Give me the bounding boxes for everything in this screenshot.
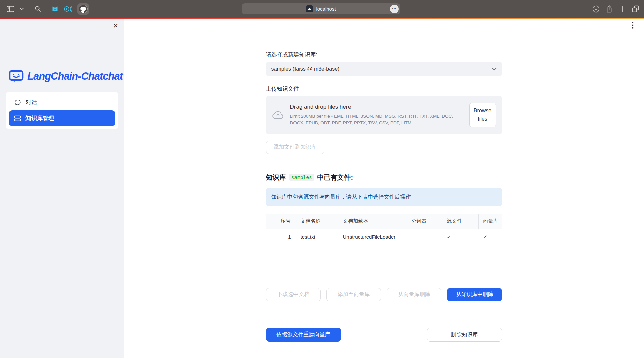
app-logo: LangChain-Chatchat xyxy=(9,70,123,83)
cell-splitter xyxy=(407,229,442,245)
browse-files-button[interactable]: Browse files xyxy=(469,103,496,127)
kb-select[interactable]: samples (faiss @ m3e-base) xyxy=(266,62,502,76)
add-to-vectorstore-button[interactable]: 添加至向量库 xyxy=(326,288,381,301)
cell-loader: UnstructuredFileLoader xyxy=(338,229,407,245)
delete-from-kb-button[interactable]: 从知识库中删除 xyxy=(447,288,502,301)
url-text: localhost xyxy=(316,6,336,12)
toolbar-left-group xyxy=(0,3,89,15)
kb-heading-prefix: 知识库 xyxy=(266,173,286,182)
delete-kb-button[interactable]: 删除知识库 xyxy=(427,328,502,342)
stack-icon xyxy=(14,115,21,122)
logo-text: LangChain-Chatchat xyxy=(27,70,123,82)
chat-bubble-icon xyxy=(14,99,21,106)
sidebar: ✕ LangChain-Chatchat xyxy=(0,19,124,358)
sidebar-nav: 对话 知识库管理 xyxy=(6,92,118,129)
more-options-icon[interactable]: ••• xyxy=(390,5,399,13)
col-header-docname: 文档名称 xyxy=(296,214,338,229)
rebuild-vectorstore-button[interactable]: 依据源文件重建向量库 xyxy=(266,328,341,342)
table-empty-area xyxy=(266,245,502,279)
cat-extension-icon[interactable] xyxy=(52,6,58,12)
kb-select-value: samples (faiss @ m3e-base) xyxy=(271,66,340,72)
toolbar-right-group xyxy=(592,0,639,18)
col-header-index: 序号 xyxy=(266,214,296,229)
files-table-header[interactable]: 序号 文档名称 文档加载器 分词器 源文件 向量库 xyxy=(266,214,502,229)
file-dropzone[interactable]: Drag and drop files here Limit 200MB per… xyxy=(266,96,502,134)
col-header-vectorstore: 向量库 xyxy=(479,214,502,229)
github-extension-icon[interactable] xyxy=(77,3,89,15)
site-favicon xyxy=(306,5,313,12)
cell-docname: test.txt xyxy=(296,229,338,245)
info-banner: 知识库中包含源文件与向量库，请从下表中选择文件后操作 xyxy=(266,188,502,206)
kebab-menu-icon[interactable]: ⋮ xyxy=(629,21,637,29)
col-header-loader: 文档加载器 xyxy=(338,214,407,229)
circles-extension-icon[interactable] xyxy=(64,6,72,12)
main-area: ⋮ 请选择或新建知识库: samples (faiss @ m3e-base) … xyxy=(124,19,644,362)
sidebar-item-label: 对话 xyxy=(25,99,37,106)
kb-name-code: samples xyxy=(289,174,314,181)
cell-sourcefile-check: ✓ xyxy=(442,229,479,245)
cell-vectorstore-check: ✓ xyxy=(479,229,502,245)
app-body: ✕ LangChain-Chatchat xyxy=(0,19,644,362)
files-table: 序号 文档名称 文档加载器 分词器 源文件 向量库 1 test.txt Uns… xyxy=(266,214,502,279)
table-row[interactable]: 1 test.txt UnstructuredFileLoader ✓ ✓ xyxy=(266,229,502,245)
chevron-down-icon xyxy=(492,68,497,71)
download-icon[interactable] xyxy=(592,5,600,13)
col-header-sourcefile: 源文件 xyxy=(442,214,479,229)
sidebar-chevron-down-icon[interactable] xyxy=(20,8,24,10)
sidebar-item-dialogue[interactable]: 对话 xyxy=(9,95,115,110)
file-action-buttons: 下载选中文档 添加至向量库 从向量库删除 从知识库中删除 xyxy=(266,288,502,301)
cell-index: 1 xyxy=(266,229,296,245)
add-files-button[interactable]: 添加文件到知识库 xyxy=(266,141,324,154)
address-bar-content: localhost xyxy=(306,5,336,12)
sidebar-toggle-icon[interactable] xyxy=(7,6,14,12)
content-column: 请选择或新建知识库: samples (faiss @ m3e-base) 上传… xyxy=(266,19,502,342)
address-bar[interactable]: localhost ••• xyxy=(241,3,400,14)
tab-overview-icon[interactable] xyxy=(632,5,639,13)
kb-files-heading: 知识库 samples 中已有文件: xyxy=(266,173,502,182)
sidebar-item-label: 知识库管理 xyxy=(25,114,54,122)
extension-icons xyxy=(52,3,89,15)
sidebar-toggle-group xyxy=(7,6,24,12)
close-icon[interactable]: ✕ xyxy=(113,23,118,29)
dropzone-title: Drag and drop files here xyxy=(290,104,463,110)
share-icon[interactable] xyxy=(606,5,613,13)
toolbar-divider xyxy=(17,6,17,12)
new-tab-icon[interactable] xyxy=(619,6,626,12)
kb-heading-suffix: 中已有文件: xyxy=(317,173,353,182)
dropzone-limit: Limit 200MB per file • EML, HTML, JSON, … xyxy=(290,113,463,126)
browser-window: localhost ••• xyxy=(0,0,644,362)
cloud-upload-icon xyxy=(272,111,284,119)
dropzone-text: Drag and drop files here Limit 200MB per… xyxy=(290,104,463,126)
sidebar-item-kb-management[interactable]: 知识库管理 xyxy=(9,110,115,126)
browser-toolbar: localhost ••• xyxy=(0,0,644,18)
kb-select-label: 请选择或新建知识库: xyxy=(266,51,502,58)
col-header-splitter: 分词器 xyxy=(407,214,442,229)
upload-label: 上传知识文件 xyxy=(266,85,502,93)
divider xyxy=(266,316,502,316)
kb-footer-buttons: 依据源文件重建向量库 删除知识库 xyxy=(266,328,502,342)
download-selected-button[interactable]: 下载选中文档 xyxy=(266,288,321,301)
remove-from-vectorstore-button[interactable]: 从向量库删除 xyxy=(387,288,441,301)
logo-chat-bubble-icon xyxy=(9,70,24,83)
divider xyxy=(266,163,502,163)
search-icon[interactable] xyxy=(35,6,41,12)
